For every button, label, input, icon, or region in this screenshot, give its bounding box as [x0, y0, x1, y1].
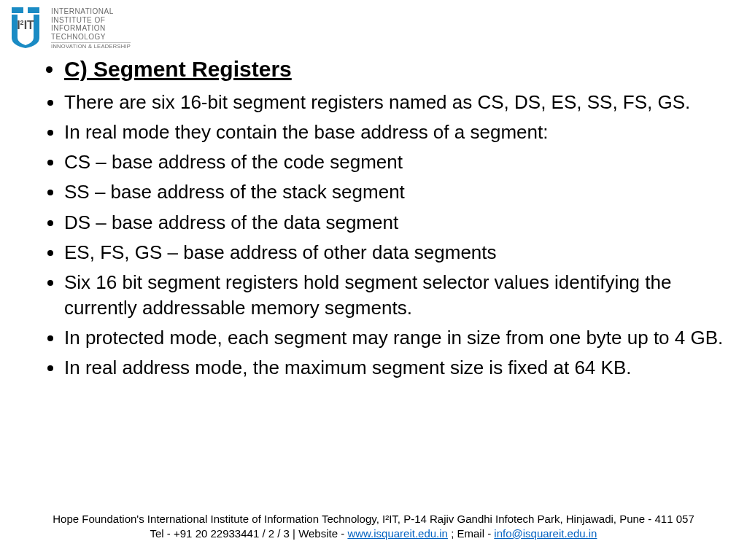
svg-rect-3 [34, 15, 39, 35]
bullet-item: There are six 16-bit segment registers n… [64, 90, 725, 115]
bullet-item: In protected mode, each segment may rang… [64, 325, 725, 351]
bullet-list: C) Segment Registers There are six 16-bi… [44, 55, 725, 381]
footer-email-prefix: ; Email - [448, 527, 494, 540]
footer-address: Hope Foundation's International Institut… [22, 512, 725, 526]
header: I2IT INTERNATIONAL INSTITUTE OF INFORMAT… [0, 0, 747, 50]
org-logo-icon: I2IT [7, 6, 44, 48]
svg-text:I2IT: I2IT [17, 19, 34, 31]
svg-rect-0 [12, 7, 23, 13]
footer-email-link[interactable]: info@isquareit.edu.in [494, 527, 597, 540]
bullet-item: In real address mode, the maximum segmen… [64, 355, 725, 381]
bullet-item: Six 16 bit segment registers hold segmen… [64, 270, 725, 321]
org-name: INTERNATIONAL INSTITUTE OF INFORMATION T… [51, 6, 131, 50]
bullet-item: SS – base address of the stack segment [64, 179, 725, 205]
footer-tel: Tel - +91 20 22933441 / 2 / 3 | Website … [150, 527, 348, 540]
org-tagline: INNOVATION & LEADERSHIP [51, 42, 131, 50]
bullet-item: In real mode they contain the base addre… [64, 120, 725, 145]
org-line: INTERNATIONAL [51, 7, 131, 16]
footer-website-link[interactable]: www.isquareit.edu.in [347, 527, 448, 540]
footer-contact: Tel - +91 20 22933441 / 2 / 3 | Website … [22, 526, 725, 541]
svg-rect-1 [28, 7, 39, 13]
bullet-item: CS – base address of the code segment [64, 149, 725, 175]
slide-content: C) Segment Registers There are six 16-bi… [0, 55, 747, 381]
bullet-item: DS – base address of the data segment [64, 210, 725, 236]
slide-title: C) Segment Registers [64, 55, 725, 85]
org-line: INFORMATION [51, 24, 131, 33]
org-line: TECHNOLOGY [51, 33, 131, 42]
slide-footer: Hope Foundation's International Institut… [0, 512, 747, 542]
bullet-item: ES, FS, GS – base address of other data … [64, 240, 725, 265]
org-line: INSTITUTE OF [51, 16, 131, 25]
